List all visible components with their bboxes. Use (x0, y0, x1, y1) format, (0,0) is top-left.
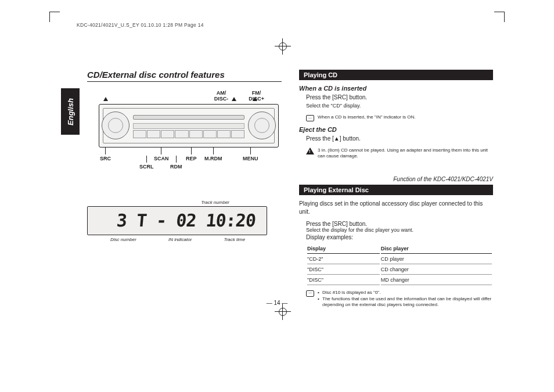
display-table: DisplayDisc player "CD-2"CD player "DISC… (306, 243, 493, 286)
body-text: Display examples: (306, 234, 493, 240)
lcd-display-illustration: 3 T - 02 10:20 (87, 206, 267, 235)
section-title: CD/External disc control features (87, 70, 282, 82)
label-rdm: RDM (170, 164, 182, 170)
table-header: Disc player (381, 244, 492, 254)
right-column: Playing CD When a CD is inserted Press t… (299, 70, 493, 313)
manual-page: KDC-4021/4021V_U.S_EY 01.10.10 1:28 PM P… (0, 0, 554, 392)
body-text: Press the [SRC] button. (306, 221, 493, 227)
table-row: "CD-2"CD player (307, 255, 492, 264)
note-row: ⋯ When a CD is inserted, the "IN" indica… (306, 114, 493, 121)
label-src: SRC (100, 156, 111, 161)
left-column: CD/External disc control features AM/DIS… (61, 70, 282, 313)
label-scrl: SCRL (139, 164, 154, 170)
stereo-diagram: AM/DISC- FM/DISC+ SRC (87, 91, 282, 171)
body-text: Press the [▲] button. (306, 135, 493, 143)
annotation-in-indicator: IN indicator (168, 237, 192, 242)
note-text: When a CD is inserted, the "IN" indicato… (318, 114, 415, 120)
label-mrdm: M.RDM (204, 156, 222, 161)
annotation-disc-number: Disc number (110, 237, 136, 242)
arrow-icon (103, 97, 108, 101)
arrow-icon (253, 97, 257, 101)
annotation-track-time: Track time (224, 237, 245, 242)
note-icon: ⋯ (306, 290, 314, 297)
label-am-disc-minus: AM/DISC- (214, 91, 229, 102)
warning-row: 3 in. (8cm) CD cannot be played. Using a… (306, 148, 493, 160)
note-item: Disc #10 is displayed as "0". (318, 290, 493, 296)
function-subtitle: Function of the KDC-4021/KDC-4021V (299, 176, 493, 182)
label-scan: SCAN (154, 156, 169, 161)
stereo-unit-illustration (99, 104, 279, 148)
note-icon: ⋯ (306, 115, 314, 121)
warning-icon (306, 148, 314, 154)
table-header: Display (307, 244, 380, 254)
display-diagram: Track number 3 T - 02 10:20 Disc number … (87, 200, 282, 242)
registration-mark (277, 306, 289, 318)
subheading-cd-inserted: When a CD is inserted (299, 85, 493, 92)
body-text: Select the display for the disc player y… (306, 227, 493, 233)
intro-text: Playing discs set in the optional access… (299, 200, 493, 216)
warning-text: 3 in. (8cm) CD cannot be played. Using a… (318, 148, 493, 160)
crop-mark (49, 12, 60, 22)
crop-mark (494, 12, 505, 22)
page-number: — 14 — (0, 300, 554, 306)
display-readout: 3 T - 02 10:20 (116, 210, 256, 231)
arrow-icon (232, 97, 236, 101)
heading-playing-cd: Playing CD (299, 70, 493, 80)
label-rep: REP (186, 156, 197, 161)
subheading-eject: Eject the CD (299, 126, 493, 133)
table-row: "DISC"MD changer (307, 276, 492, 285)
table-row: "DISC"CD changer (307, 265, 492, 275)
print-header: KDC-4021/4021V_U.S_EY 01.10.10 1:28 PM P… (77, 22, 204, 28)
body-text: Press the [SRC] button. Select the "CD" … (306, 93, 493, 110)
heading-external-disc: Playing External Disc (299, 185, 493, 195)
label-menu: MENU (243, 156, 258, 161)
registration-mark (277, 41, 289, 52)
annotation-track-number: Track number (87, 200, 229, 205)
